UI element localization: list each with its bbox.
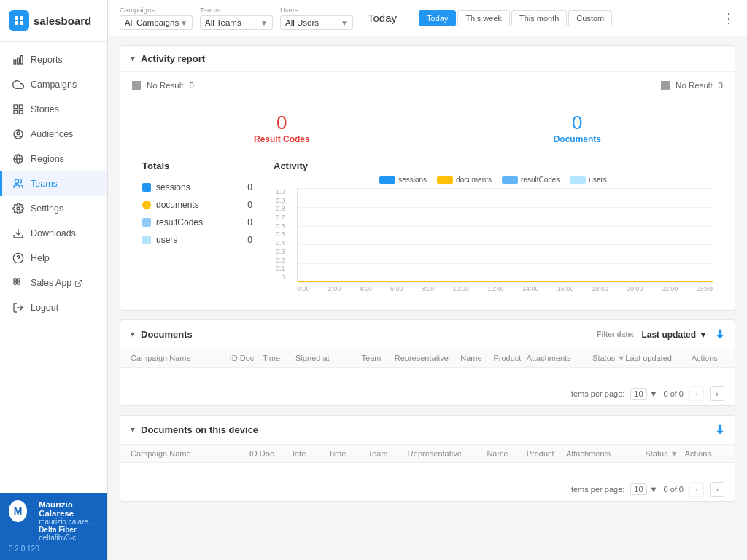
sidebar-item-stories[interactable]: Stories xyxy=(0,97,107,122)
sessions-dot xyxy=(142,183,151,192)
documents-header: ▾ Documents Filter date: Last updated ▼ … xyxy=(120,320,735,349)
date-tab-week[interactable]: This week xyxy=(457,10,510,26)
device-download-icon[interactable]: ⬇ xyxy=(715,423,724,437)
svg-rect-6 xyxy=(20,56,23,64)
download-documents-icon[interactable]: ⬇ xyxy=(715,327,724,341)
dev-status-filter-icon[interactable]: ▼ xyxy=(670,449,678,458)
status-filter-icon[interactable]: ▼ xyxy=(617,354,625,362)
total-row-sessions: sessions 0 xyxy=(142,179,252,196)
user-device: deltafibv3-c xyxy=(39,534,98,542)
documents-legend-label: documents xyxy=(456,176,492,184)
avatar: M xyxy=(9,500,27,522)
total-row-resultcodes: resultCodes 0 xyxy=(142,214,252,231)
total-row-documents: documents 0 xyxy=(142,196,252,214)
col-signed-at: Signed at xyxy=(295,354,361,362)
device-documents-card: ▾ Documents on this device ⬇ Campaign Na… xyxy=(120,415,735,502)
sidebar: salesboard Reports Campaigns Stories Aud… xyxy=(0,0,108,560)
more-options-icon[interactable]: ⋮ xyxy=(722,10,735,26)
documents-table-footer: Items per page: 10 ▼ 0 of 0 ‹ › xyxy=(120,382,735,405)
sidebar-label-help: Help xyxy=(31,253,50,263)
campaigns-filter[interactable]: Campaigns All Campaigns ▼ xyxy=(120,6,193,30)
svg-rect-2 xyxy=(15,21,18,25)
sidebar-item-logout[interactable]: Logout xyxy=(0,295,107,320)
dev-per-page-select[interactable]: 10 ▼ xyxy=(630,483,657,495)
dev-col-time: Time xyxy=(328,449,368,458)
sidebar-item-settings[interactable]: Settings xyxy=(0,196,107,221)
sidebar-item-downloads[interactable]: Downloads xyxy=(0,221,107,246)
sidebar-item-help[interactable]: Help xyxy=(0,246,107,271)
user-email: maurizio.calarese@salesboard.b... xyxy=(39,518,98,526)
svg-rect-7 xyxy=(14,105,18,109)
users-label: users xyxy=(156,235,177,245)
date-tab-today[interactable]: Today xyxy=(419,10,456,26)
col-time: Time xyxy=(263,354,295,362)
documents-value: 0 xyxy=(554,112,601,134)
bar-chart-icon xyxy=(12,54,24,66)
documents-collapse-icon[interactable]: ▾ xyxy=(131,330,135,339)
device-documents-header: ▾ Documents on this device ⬇ xyxy=(120,416,735,445)
result-codes-metric: 0 Result Codes xyxy=(254,112,310,144)
sidebar-item-campaigns[interactable]: Campaigns xyxy=(0,72,107,97)
app-name: salesboard xyxy=(34,15,91,27)
sidebar-label-reports: Reports xyxy=(31,55,63,65)
users-filter[interactable]: Users All Users ▼ xyxy=(280,6,353,30)
pagination-prev[interactable]: ‹ xyxy=(689,386,704,401)
dev-pagination-prev[interactable]: ‹ xyxy=(689,482,704,497)
campaigns-value: All Campaigns xyxy=(125,18,179,27)
pagination-next[interactable]: › xyxy=(710,386,724,401)
activity-report-body: No Result 0 No Result 0 0 Result Codes xyxy=(120,72,735,310)
no-result-left: No Result 0 xyxy=(132,81,194,90)
totals-title: Totals xyxy=(142,160,252,171)
date-tab-custom[interactable]: Custom xyxy=(568,10,612,26)
sidebar-item-regions[interactable]: Regions xyxy=(0,147,107,171)
sidebar-label-settings: Settings xyxy=(31,203,63,214)
cloud-icon xyxy=(12,79,24,90)
date-tab-month[interactable]: This month xyxy=(511,10,567,26)
downloads-icon xyxy=(12,228,24,239)
sidebar-item-salesapp[interactable]: Sales App xyxy=(0,271,107,295)
per-page-select[interactable]: 10 ▼ xyxy=(630,388,657,400)
svg-line-23 xyxy=(78,280,82,284)
dev-col-attachments: Attachments xyxy=(566,449,646,458)
users-select[interactable]: All Users ▼ xyxy=(280,15,353,30)
teams-chevron-icon: ▼ xyxy=(260,19,268,27)
sidebar-item-teams[interactable]: Teams xyxy=(0,171,107,196)
svg-rect-20 xyxy=(18,279,20,281)
sidebar-item-reports[interactable]: Reports xyxy=(0,47,107,72)
help-icon xyxy=(12,252,24,264)
svg-rect-4 xyxy=(14,60,16,64)
per-page-chevron-icon: ▼ xyxy=(650,389,658,398)
stories-icon xyxy=(12,104,24,115)
download-device-docs-icon[interactable]: ⬇ xyxy=(715,424,724,436)
documents-total-value: 0 xyxy=(247,200,252,210)
activity-report-header: ▾ Activity report xyxy=(120,46,735,72)
documents-table-header: Campaign Name ID Doc Time Signed at Team… xyxy=(120,349,735,368)
teams-filter[interactable]: Teams All Teams ▼ xyxy=(200,6,273,30)
svg-rect-9 xyxy=(14,110,18,114)
teams-icon xyxy=(12,178,24,190)
device-docs-collapse-icon[interactable]: ▾ xyxy=(131,425,135,435)
resultcodes-dot xyxy=(142,218,151,227)
dev-pagination-next[interactable]: › xyxy=(710,482,724,497)
sidebar-label-campaigns: Campaigns xyxy=(31,79,77,90)
legend-documents: documents xyxy=(437,176,492,184)
col-campaign-name: Campaign Name xyxy=(131,354,230,362)
total-row-users: users 0 xyxy=(142,231,252,249)
col-team: Team xyxy=(362,354,395,362)
sidebar-item-audiences[interactable]: Audiences xyxy=(0,122,107,147)
collapse-icon[interactable]: ▾ xyxy=(131,54,135,63)
teams-value: All Teams xyxy=(205,18,241,27)
svg-rect-19 xyxy=(14,279,16,281)
users-chevron-icon: ▼ xyxy=(341,19,348,27)
campaigns-select[interactable]: All Campaigns ▼ xyxy=(120,15,193,30)
filter-date-select[interactable]: Last updated ▼ xyxy=(641,330,708,340)
legend-resultcodes: resultCodes xyxy=(502,176,560,184)
result-codes-label: Result Codes xyxy=(254,134,310,144)
teams-select[interactable]: All Teams ▼ xyxy=(200,15,273,30)
sidebar-label-logout: Logout xyxy=(31,303,58,313)
sessions-legend-color xyxy=(379,176,395,184)
resultcodes-legend-label: resultCodes xyxy=(521,176,560,184)
svg-rect-22 xyxy=(18,282,20,284)
sidebar-label-regions: Regions xyxy=(31,154,64,164)
content-area: ▾ Activity report No Result 0 No Result … xyxy=(108,36,747,560)
